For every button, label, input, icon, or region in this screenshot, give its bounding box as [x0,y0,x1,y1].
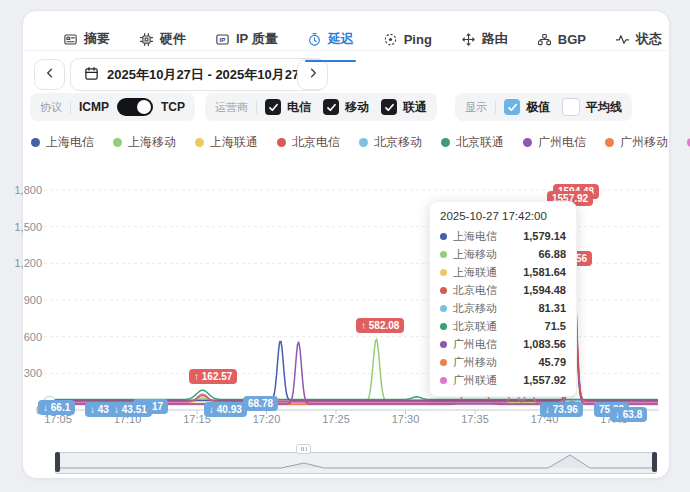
min-value-badge: ↓ 63.8 [610,407,647,422]
datazoom-grip[interactable] [296,444,311,454]
tooltip-row: 上海联通1,581.64 [440,263,566,281]
datazoom-left-handle[interactable] [55,452,60,472]
tooltip-series-name: 广州移动 [453,355,532,370]
tooltip-series-name: 上海电信 [453,229,517,244]
y-axis-label: 600 [0,331,42,343]
max-value-badge: ↑ 582.08 [356,318,404,333]
tooltip-series-dot [440,233,447,240]
min-value-badge: 68.78 [243,396,278,411]
tooltip-series-value: 1,581.64 [523,266,566,278]
tooltip-series-dot [440,269,447,276]
y-axis-label: 1,800 [0,184,42,196]
tooltip-row: 上海移动66.88 [440,245,566,263]
tooltip-series-dot [440,287,447,294]
min-value-badge: ↓ 73.96 [540,402,583,417]
min-value-badge: ↓ 43.51 [109,402,152,417]
latency-dashboard: 摘要 硬件 IP IP 质量 延迟 Ping [0,0,690,492]
tooltip-series-dot [440,323,447,330]
datazoom-slider[interactable] [55,452,657,474]
tooltip-series-name: 上海移动 [453,247,532,262]
chart-tooltip: 2025-10-27 17:42:00 上海电信1,579.14上海移动66.8… [429,201,577,397]
datazoom-right-handle[interactable] [652,452,657,472]
tooltip-row: 北京电信1,594.48 [440,281,566,299]
tooltip-row: 北京联通71.5 [440,317,566,335]
tooltip-series-value: 1,594.48 [523,284,566,296]
tooltip-series-value: 1,083.56 [523,338,566,350]
tooltip-series-name: 上海联通 [453,265,517,280]
min-value-badge: ↓ 40.93 [204,402,247,417]
tooltip-title: 2025-10-27 17:42:00 [440,210,566,222]
tooltip-series-dot [440,377,447,384]
x-axis-label: 17:25 [314,413,358,425]
y-axis-label: 300 [0,367,42,379]
tooltip-rows: 上海电信1,579.14上海移动66.88上海联通1,581.64北京电信1,5… [440,227,566,389]
max-value-badge: ↑ 162.57 [189,369,237,384]
tooltip-series-dot [440,251,447,258]
tooltip-series-dot [440,359,447,366]
x-axis-label: 17:20 [245,413,289,425]
tooltip-row: 广州电信1,083.56 [440,335,566,353]
tooltip-row: 广州联通1,557.92 [440,371,566,389]
tooltip-row: 北京移动81.31 [440,299,566,317]
y-axis-label: 1,200 [0,257,42,269]
tooltip-series-name: 北京移动 [453,301,532,316]
tooltip-series-value: 1,557.92 [523,374,566,386]
tooltip-series-name: 广州联通 [453,373,517,388]
min-value-badge: ↓ 66.1 [38,400,75,415]
x-axis-label: 17:30 [384,413,428,425]
tooltip-series-value: 45.79 [538,356,566,368]
tooltip-row: 上海电信1,579.14 [440,227,566,245]
tooltip-series-dot [440,305,447,312]
tooltip-series-dot [440,341,447,348]
y-axis-label: 1,500 [0,221,42,233]
x-axis-label: 17:35 [453,413,497,425]
tooltip-series-value: 71.5 [545,320,566,332]
tooltip-series-value: 81.31 [538,302,566,314]
tooltip-series-value: 66.88 [538,248,566,260]
tooltip-series-value: 1,579.14 [523,230,566,242]
tooltip-series-name: 广州电信 [453,337,517,352]
tooltip-series-name: 北京联通 [453,319,539,334]
datazoom-minimap [56,453,654,471]
y-axis-label: 900 [0,294,42,306]
tooltip-row: 广州移动45.79 [440,353,566,371]
tooltip-series-name: 北京电信 [453,283,517,298]
